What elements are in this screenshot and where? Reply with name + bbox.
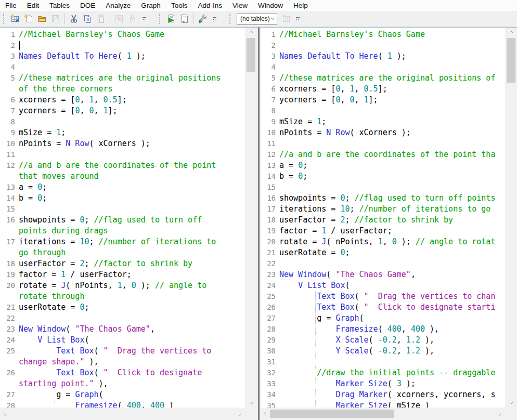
left-code-area[interactable]: 1//Michael Barnsley's Chaos Game23Names … [0, 28, 245, 408]
code-line[interactable]: 28 Framesize( 400, 400 ) [0, 400, 245, 408]
toolbar-grip[interactable] [229, 14, 232, 24]
code-line[interactable]: 26 Text Box( " Click to designate [0, 368, 245, 378]
new-data-table-button[interactable] [8, 12, 22, 25]
code-line[interactable]: 13a = 0; [261, 160, 505, 171]
pane-splitter[interactable] [257, 28, 261, 420]
code-line[interactable]: starting point." ), [0, 378, 245, 389]
left-horizontal-scrollbar[interactable] [0, 408, 245, 420]
code-line[interactable]: 8 [0, 116, 245, 127]
code-line[interactable]: 12//a and b are the coordinates of the p… [261, 149, 505, 160]
code-line[interactable]: rotate through [0, 291, 245, 302]
run-script-button[interactable] [164, 12, 178, 25]
right-editor-pane[interactable]: 1//Michael Barnsley's Chaos Game23Names … [261, 28, 517, 420]
menu-item-analyze[interactable]: Analyze [100, 1, 136, 10]
code-line[interactable]: 22 [261, 258, 505, 269]
cut-button[interactable] [67, 12, 81, 25]
scrollbar-thumb[interactable] [507, 38, 515, 83]
code-line[interactable]: 9mSize = 1; [261, 116, 505, 127]
code-line[interactable]: 1//Michael Barnsley's Chaos Game [261, 29, 505, 40]
code-line[interactable]: 20rotate = J( nPoints, 1, 0 ); // angle … [0, 280, 245, 291]
code-line[interactable]: 17iterations = 10; //number of iteration… [0, 237, 245, 247]
tables-dropdown[interactable]: (no tables) [237, 13, 277, 25]
code-line[interactable]: of the three corners [0, 84, 245, 95]
code-line[interactable]: 23New Window( "The Chaos Game", [261, 269, 505, 280]
code-line[interactable]: 11 [0, 149, 245, 160]
menu-item-tools[interactable]: Tools [166, 1, 193, 10]
open-button[interactable] [35, 12, 49, 25]
code-line[interactable]: 16showpoints = 0; //flag used to turn of… [0, 215, 245, 226]
code-line[interactable]: 2 [0, 40, 245, 51]
code-line[interactable]: 14b = 0; [0, 193, 245, 204]
code-line[interactable]: 27 g = Graph( [0, 389, 245, 400]
code-line[interactable]: 24 V List Box( [0, 335, 245, 346]
toolbar-grip[interactable] [3, 14, 6, 24]
menu-item-help[interactable]: Help [288, 1, 313, 10]
code-line[interactable]: 15 [261, 182, 505, 193]
code-line[interactable]: 10nPoints = N Row( xCorners ); [261, 127, 505, 138]
scrollbar-thumb[interactable] [247, 38, 255, 72]
code-line[interactable]: 1//Michael Barnsley's Chaos Game [0, 29, 245, 40]
scroll-right-arrow[interactable] [496, 408, 505, 420]
scroll-left-arrow[interactable] [0, 408, 9, 420]
scroll-up-arrow[interactable] [505, 28, 517, 37]
scroll-up-arrow[interactable] [245, 28, 257, 37]
code-line[interactable]: 21userRotate = 0; [261, 247, 505, 258]
right-vertical-scrollbar[interactable] [505, 28, 517, 408]
code-line[interactable]: 10nPoints = N Row( xCorners ); [0, 138, 245, 149]
code-line[interactable]: 12//a and b are the coordinates of the p… [0, 160, 245, 171]
menu-item-tables[interactable]: Tables [44, 1, 75, 10]
code-line[interactable]: 5//these matrices are the original posit… [0, 73, 245, 84]
code-line[interactable]: 3Names Default To Here( 1 ); [0, 51, 245, 62]
code-line[interactable]: that moves around [0, 171, 245, 182]
code-line[interactable]: 5//these matrices are the original posit… [261, 73, 505, 84]
code-line[interactable]: 35 Marker Size( mSize ) [261, 400, 505, 408]
code-line[interactable]: 34 Drag Marker( xcorners, ycorners, s [261, 389, 505, 400]
menu-item-window[interactable]: Window [253, 1, 288, 10]
menu-item-graph[interactable]: Graph [136, 1, 166, 10]
code-line[interactable]: 15 [0, 204, 245, 215]
code-line[interactable]: go through [0, 247, 245, 258]
code-line[interactable]: 22 [0, 313, 245, 324]
code-line[interactable]: 13a = 0; [0, 182, 245, 193]
code-line[interactable]: 18userFactor = 2; //factor to shrink by [261, 215, 505, 226]
scroll-right-arrow[interactable] [236, 408, 245, 420]
code-line[interactable]: 19factor = 1 / userFactor; [261, 226, 505, 237]
toolbar-overflow-button[interactable] [294, 17, 301, 21]
left-editor-pane[interactable]: 1//Michael Barnsley's Chaos Game23Names … [0, 28, 257, 420]
scroll-left-arrow[interactable] [261, 408, 270, 420]
code-line[interactable]: 27 g = Graph( [261, 313, 505, 324]
code-line[interactable]: 2 [261, 40, 505, 51]
code-line[interactable]: 19factor = 1 / userFactor; [0, 269, 245, 280]
right-horizontal-scrollbar[interactable] [261, 408, 505, 420]
toolbar-overflow-button[interactable] [211, 17, 217, 21]
new-script-button[interactable] [22, 12, 35, 25]
code-line[interactable]: 20rotate = J( nPoints, 1, 0 ); // angle … [261, 237, 505, 247]
code-line[interactable]: 7ycorners = [0, 0, 1]; [0, 106, 245, 116]
menu-item-view[interactable]: View [227, 1, 253, 10]
scroll-down-arrow[interactable] [245, 398, 257, 408]
code-line[interactable]: 25 Text Box( " Drag the vertices to [0, 346, 245, 357]
scrollbar-thumb[interactable] [270, 410, 394, 418]
code-line[interactable]: 32 //draw the initial points -- draggabl… [261, 368, 505, 378]
code-line[interactable]: 8 [261, 106, 505, 116]
code-line[interactable]: 9mSize = 1; [0, 127, 245, 138]
code-line[interactable]: 17iterations = 10; //number of iteration… [261, 204, 505, 215]
left-vertical-scrollbar[interactable] [245, 28, 257, 408]
code-line[interactable]: 11 [261, 138, 505, 149]
code-line[interactable]: 24 V List Box( [261, 280, 505, 291]
menu-item-file[interactable]: File [0, 1, 22, 10]
code-line[interactable]: points during drags [0, 226, 245, 237]
code-line[interactable]: 31 [261, 357, 505, 368]
code-line[interactable]: change shape." ), [0, 357, 245, 368]
code-line[interactable]: 28 Framesize( 400, 400 ), [261, 324, 505, 335]
toolbar-grip[interactable] [159, 14, 162, 24]
toolbar-overflow-button[interactable] [141, 17, 147, 21]
copy-button[interactable] [81, 12, 94, 25]
code-line[interactable]: 30 Y Scale( -0.2, 1.2 ), [261, 346, 505, 357]
menu-item-doe[interactable]: DOE [75, 1, 100, 10]
scroll-down-arrow[interactable] [505, 398, 517, 408]
code-line[interactable]: 6xcorners = [0, 1, 0.5]; [0, 95, 245, 106]
right-code-area[interactable]: 1//Michael Barnsley's Chaos Game23Names … [261, 28, 505, 408]
code-line[interactable]: 4 [0, 62, 245, 73]
code-line[interactable]: 4 [261, 62, 505, 73]
